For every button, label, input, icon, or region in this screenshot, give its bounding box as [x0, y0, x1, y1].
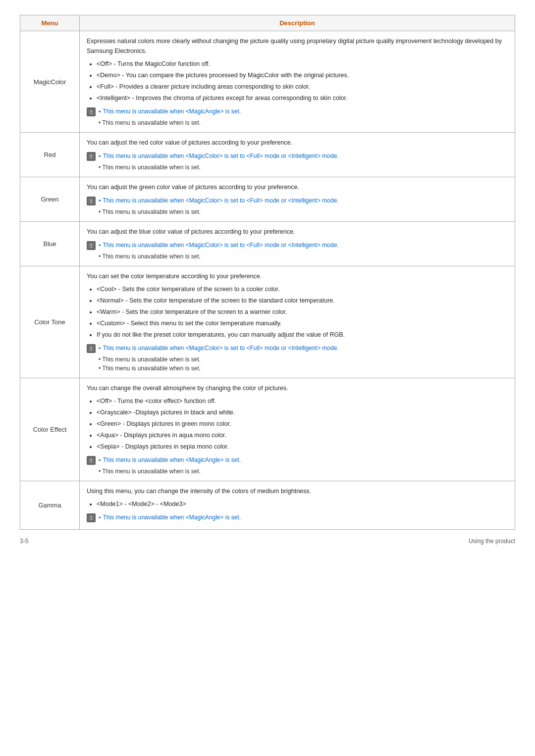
note-icon — [87, 513, 96, 522]
bullet-item: <Normal> - Sets the color temperature of… — [97, 296, 508, 305]
note-icon — [87, 107, 96, 116]
desc-text: You can adjust the blue color value of p… — [87, 227, 508, 237]
menu-name-cell: Color Effect — [20, 378, 80, 481]
note-block: • This menu is unavailable when <MagicAn… — [87, 513, 508, 524]
bullet-item: <Demo> - You can compare the pictures pr… — [97, 70, 508, 80]
note-plain: • This menu is unavailable when is set. — [99, 355, 508, 364]
menu-desc-cell: You can adjust the green color value of … — [80, 177, 515, 222]
table-row: GreenYou can adjust the green color valu… — [20, 177, 515, 222]
bullet-item: <Cool> - Sets the color temperature of t… — [97, 284, 508, 294]
note-block: • This menu is unavailable when <MagicAn… — [87, 455, 508, 476]
col-desc-header: Description — [80, 15, 515, 31]
note-icon — [87, 344, 96, 353]
desc-text: Using this menu, you can change the inte… — [87, 486, 508, 496]
desc-text: You can adjust the green color value of … — [87, 182, 508, 192]
table-row: RedYou can adjust the red color value of… — [20, 133, 515, 177]
bullet-item: <Sepia> - Displays pictures in sepia mon… — [97, 442, 508, 452]
bullet-list: <Off> - Turns the MagicColor function of… — [97, 59, 508, 103]
note-row-with-icon: • This menu is unavailable when <MagicAn… — [87, 455, 508, 465]
menu-name-cell: MagicColor — [20, 31, 80, 133]
page-footer: 3-5 Using the product — [20, 538, 515, 545]
desc-text: Expresses natural colors more clearly wi… — [87, 36, 508, 56]
table-row: GammaUsing this menu, you can change the… — [20, 481, 515, 530]
bullet-item: <Off> - Turns the MagicColor function of… — [97, 59, 508, 69]
bullet-item: <Green> - Displays pictures in green mon… — [97, 419, 508, 429]
note-text: This menu is unavailable when <MagicColo… — [103, 344, 338, 353]
note-block: • This menu is unavailable when <MagicCo… — [87, 196, 508, 216]
note-block: • This menu is unavailable when <MagicCo… — [87, 344, 508, 373]
bullet-list: <Cool> - Sets the color temperature of t… — [97, 284, 508, 340]
bullet-item: <Aqua> - Displays pictures in aqua mono … — [97, 430, 508, 440]
bullet-item: If you do not like the preset color temp… — [97, 330, 508, 340]
main-table: Menu Description MagicColorExpresses nat… — [20, 15, 515, 530]
note-block: • This menu is unavailable when <MagicCo… — [87, 241, 508, 261]
table-row: Color ToneYou can set the color temperat… — [20, 266, 515, 378]
note-icon — [87, 456, 96, 465]
bullet-item: <Mode1> - <Mode2> - <Mode3> — [97, 499, 508, 509]
desc-text: You can set the color temperature accord… — [87, 271, 508, 281]
desc-text: You can adjust the red color value of pi… — [87, 138, 508, 148]
note-text: This menu is unavailable when <MagicAngl… — [103, 513, 241, 522]
note-row-with-icon: • This menu is unavailable when <MagicCo… — [87, 151, 508, 161]
svg-point-5 — [91, 157, 92, 158]
note-plain: • This menu is unavailable when is set. — [99, 207, 508, 216]
note-text: This menu is unavailable when <MagicColo… — [103, 151, 338, 160]
svg-point-20 — [91, 519, 92, 520]
note-icon — [87, 241, 96, 250]
bullet-item: <Full> - Provides a clearer picture incl… — [97, 82, 508, 92]
note-row-with-icon: • This menu is unavailable when <MagicAn… — [87, 513, 508, 523]
bullet-item: <Custom> - Select this menu to set the c… — [97, 318, 508, 328]
note-row-with-icon: • This menu is unavailable when <MagicCo… — [87, 196, 508, 206]
table-row: Color EffectYou can change the overall a… — [20, 378, 515, 481]
page-number: 3-5 — [20, 538, 28, 545]
menu-desc-cell: Using this menu, you can change the inte… — [80, 481, 515, 530]
note-text: This menu is unavailable when <MagicColo… — [103, 196, 338, 205]
note-plain: • This menu is unavailable when is set. — [99, 163, 508, 172]
note-block: • This menu is unavailable when <MagicCo… — [87, 151, 508, 172]
note-text: This menu is unavailable when <MagicColo… — [103, 241, 338, 250]
svg-point-17 — [91, 461, 92, 462]
note-text: This menu is unavailable when <MagicAngl… — [103, 107, 241, 116]
note-icon — [87, 152, 96, 161]
bullet-item: <Intelligent> - Improves the chroma of p… — [97, 93, 508, 103]
note-plain: • This menu is unavailable when is set. — [99, 118, 508, 127]
note-plain: • This menu is unavailable when is set. — [99, 252, 508, 261]
note-row-with-icon: • This menu is unavailable when <MagicCo… — [87, 344, 508, 353]
note-block: • This menu is unavailable when <MagicAn… — [87, 107, 508, 127]
menu-name-cell: Gamma — [20, 481, 80, 530]
menu-desc-cell: You can set the color temperature accord… — [80, 266, 515, 378]
menu-name-cell: Green — [20, 177, 80, 222]
page-section: Using the product — [469, 538, 515, 545]
svg-point-11 — [91, 247, 92, 248]
table-row: MagicColorExpresses natural colors more … — [20, 31, 515, 133]
menu-desc-cell: You can adjust the blue color value of p… — [80, 222, 515, 266]
svg-point-2 — [91, 113, 92, 114]
desc-text: You can change the overall atmosphere by… — [87, 383, 508, 393]
bullet-item: <Warm> - Sets the color temperature of t… — [97, 307, 508, 317]
note-plain: • This menu is unavailable when is set. — [99, 364, 508, 373]
bullet-list: <Mode1> - <Mode2> - <Mode3> — [97, 499, 508, 509]
note-text: This menu is unavailable when <MagicAngl… — [103, 455, 241, 464]
note-row-with-icon: • This menu is unavailable when <MagicAn… — [87, 107, 508, 117]
note-icon — [87, 197, 96, 205]
menu-desc-cell: Expresses natural colors more clearly wi… — [80, 31, 515, 133]
menu-name-cell: Red — [20, 133, 80, 177]
menu-desc-cell: You can adjust the red color value of pi… — [80, 133, 515, 177]
note-plain: • This menu is unavailable when is set. — [99, 467, 508, 476]
menu-name-cell: Blue — [20, 222, 80, 266]
table-row: BlueYou can adjust the blue color value … — [20, 222, 515, 266]
menu-desc-cell: You can change the overall atmosphere by… — [80, 378, 515, 481]
svg-point-14 — [91, 350, 92, 351]
menu-name-cell: Color Tone — [20, 266, 80, 378]
bullet-item: <Off> - Turns the <color effect> functio… — [97, 396, 508, 406]
svg-point-8 — [91, 202, 92, 203]
bullet-list: <Off> - Turns the <color effect> functio… — [97, 396, 508, 452]
note-row-with-icon: • This menu is unavailable when <MagicCo… — [87, 241, 508, 251]
bullet-item: <Grayscale> -Displays pictures in black … — [97, 407, 508, 417]
col-menu-header: Menu — [20, 15, 80, 31]
